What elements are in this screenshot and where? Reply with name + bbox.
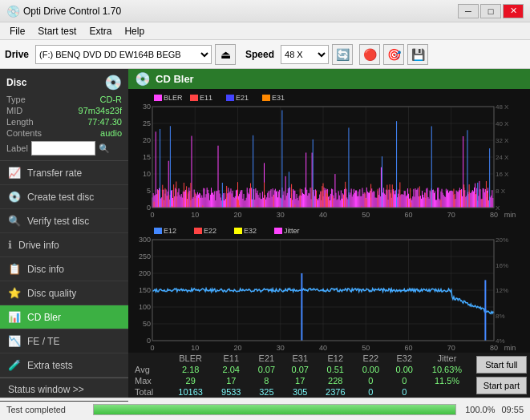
col-header-empty	[128, 353, 168, 364]
sidebar-label-fe-te: FE / TE	[27, 336, 59, 347]
lower-chart	[128, 222, 530, 353]
avg-e31: 0.07	[283, 364, 317, 375]
stats-row-max: Max 29 17 8 17 228 0 0 11.5%	[128, 375, 473, 386]
chart-area: 💿 CD Bler BLER E11 E21 E31	[128, 69, 530, 398]
col-header-e32: E32	[387, 353, 421, 364]
maximize-button[interactable]: □	[480, 4, 501, 18]
cd-bler-icon: 📊	[8, 311, 21, 323]
refresh-button[interactable]: 🔄	[332, 44, 353, 65]
label-input[interactable]	[31, 141, 95, 155]
elapsed-time: 09:55	[501, 405, 524, 414]
sidebar-item-fe-te[interactable]: 📉 FE / TE	[0, 329, 128, 353]
sidebar-label-create-test-disc: Create test disc	[27, 192, 94, 203]
sidebar-label-verify-test-disc: Verify test disc	[27, 216, 89, 227]
total-label: Total	[128, 386, 168, 398]
chart-title: CD Bler	[156, 73, 194, 85]
avg-label: Avg	[128, 364, 168, 375]
length-value: 77:47.30	[87, 117, 122, 127]
col-header-bler: BLER	[168, 353, 212, 364]
total-jitter	[421, 386, 473, 398]
disc-section: Disc 💿 Type CD-R MID 97m34s23f Length 77…	[0, 69, 128, 161]
speed-select[interactable]: 48 X	[281, 45, 329, 64]
eject-button[interactable]: ⏏	[215, 44, 236, 65]
sidebar-item-drive-info[interactable]: ℹ Drive info	[0, 233, 128, 257]
max-jitter: 11.5%	[421, 375, 473, 386]
fe-te-icon: 📉	[8, 335, 21, 347]
max-label: Max	[128, 375, 168, 386]
main-area: Disc 💿 Type CD-R MID 97m34s23f Length 77…	[0, 69, 530, 398]
type-label: Type	[6, 95, 26, 104]
total-e32: 0	[387, 386, 421, 398]
avg-e22: 0.00	[354, 364, 387, 375]
contents-value: audio	[100, 128, 122, 138]
transfer-rate-icon: 📈	[8, 167, 21, 179]
total-e22: 0	[354, 386, 387, 398]
sidebar-item-cd-bler[interactable]: 📊 CD Bler	[0, 305, 128, 329]
total-e11: 9533	[212, 386, 249, 398]
avg-e12: 0.51	[317, 364, 354, 375]
progress-bar	[93, 404, 456, 415]
chart-cd-icon: 💿	[135, 71, 151, 87]
status-text: Test completed	[6, 405, 87, 414]
mid-label: MID	[6, 106, 22, 115]
max-e22: 0	[354, 375, 387, 386]
app-icon: 💿	[6, 5, 20, 18]
sidebar-item-status-window[interactable]: Status window >>	[0, 378, 128, 402]
type-value: CD-R	[100, 95, 123, 104]
drive-select[interactable]: (F:) BENQ DVD DD EW164B BEGB	[35, 45, 212, 64]
sidebar-label-disc-quality: Disc quality	[27, 288, 76, 299]
avg-e21: 0.07	[249, 364, 283, 375]
extra-tests-icon: 🧪	[8, 359, 21, 371]
stats-table-wrap: BLER E11 E21 E31 E12 E22 E32 Jitter Avg	[128, 353, 473, 398]
progress-percent: 100.0%	[463, 405, 495, 414]
max-e32: 0	[387, 375, 421, 386]
col-header-e22: E22	[354, 353, 387, 364]
sidebar-item-verify-test-disc[interactable]: 🔍 Verify test disc	[0, 209, 128, 233]
menu-help[interactable]: Help	[118, 24, 151, 38]
stats-table: BLER E11 E21 E31 E12 E22 E32 Jitter Avg	[128, 353, 473, 398]
save-button[interactable]: 💾	[407, 44, 428, 65]
window-controls: ─ □ ✕	[458, 4, 524, 18]
action-buttons: Start full Start part	[473, 353, 530, 398]
disc-info-icon: 📋	[8, 263, 21, 275]
sidebar-item-extra-tests[interactable]: 🧪 Extra tests	[0, 353, 128, 378]
sidebar-item-disc-quality[interactable]: ⭐ Disc quality	[0, 281, 128, 305]
speed-label: Speed	[245, 49, 274, 60]
stats-row-avg: Avg 2.18 2.04 0.07 0.07 0.51 0.00 0.00 1…	[128, 364, 473, 375]
col-header-e21: E21	[249, 353, 283, 364]
settings-button1[interactable]: 🔴	[359, 44, 380, 65]
disc-section-title: Disc	[6, 77, 26, 88]
settings-button2[interactable]: 🎯	[383, 44, 404, 65]
label-label: Label	[6, 143, 28, 153]
col-header-jitter: Jitter	[421, 353, 473, 364]
app-title: Opti Drive Control 1.70	[23, 6, 458, 17]
stats-area: BLER E11 E21 E31 E12 E22 E32 Jitter Avg	[128, 353, 530, 398]
create-test-disc-icon: 💿	[8, 191, 21, 203]
minimize-button[interactable]: ─	[458, 4, 479, 18]
total-e31: 305	[283, 386, 317, 398]
menu-file[interactable]: File	[3, 24, 31, 38]
max-e11: 17	[212, 375, 249, 386]
menu-start-test[interactable]: Start test	[31, 24, 83, 38]
disc-quality-icon: ⭐	[8, 287, 21, 299]
start-full-button[interactable]: Start full	[476, 356, 527, 374]
sidebar: Disc 💿 Type CD-R MID 97m34s23f Length 77…	[0, 69, 128, 398]
verify-test-disc-icon: 🔍	[8, 215, 21, 227]
stats-row-total: Total 10163 9533 325 305 2376 0 0	[128, 386, 473, 398]
status-window-label: Status window >>	[8, 384, 84, 395]
sidebar-item-disc-info[interactable]: 📋 Disc info	[0, 257, 128, 281]
label-browse-icon[interactable]: 🔍	[99, 143, 110, 154]
col-header-e11: E11	[212, 353, 249, 364]
col-header-e31: E31	[283, 353, 317, 364]
sidebar-label-extra-tests: Extra tests	[27, 360, 73, 371]
drive-label: Drive	[5, 49, 29, 60]
toolbar: Drive (F:) BENQ DVD DD EW164B BEGB ⏏ Spe…	[0, 40, 530, 69]
close-button[interactable]: ✕	[503, 4, 524, 18]
sidebar-item-create-test-disc[interactable]: 💿 Create test disc	[0, 185, 128, 209]
total-e21: 325	[249, 386, 283, 398]
menu-extra[interactable]: Extra	[83, 24, 118, 38]
sidebar-label-transfer-rate: Transfer rate	[27, 168, 82, 179]
start-part-button[interactable]: Start part	[476, 377, 527, 394]
sidebar-item-transfer-rate[interactable]: 📈 Transfer rate	[0, 161, 128, 185]
chart-title-bar: 💿 CD Bler	[128, 69, 530, 89]
